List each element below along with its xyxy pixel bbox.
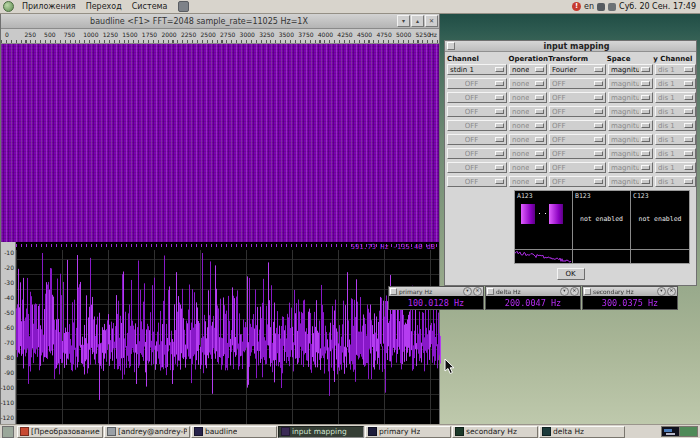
transform-select[interactable]: OFF (549, 78, 606, 89)
channel-select[interactable]: OFF (447, 78, 507, 89)
menu-places[interactable]: Переход (81, 0, 127, 13)
preview-b123[interactable]: B123 not enabled (573, 191, 631, 249)
taskbar-item-label: [andrey@andrey-PC: ~/... (118, 427, 187, 436)
y-channel-select[interactable]: dis 1 (655, 64, 696, 75)
transform-select[interactable]: OFF (549, 106, 606, 117)
operation-select[interactable]: none (509, 176, 547, 187)
y-channel-select[interactable]: dis 1 (655, 134, 696, 145)
space-select[interactable]: magnitude (608, 120, 653, 131)
y-channel-select[interactable]: dis 1 (655, 162, 696, 173)
transform-select[interactable]: OFF (549, 162, 606, 173)
transform-select[interactable]: OFF (549, 176, 606, 187)
channel-select[interactable]: OFF (447, 134, 507, 145)
space-select[interactable]: magnitude (608, 148, 653, 159)
workspace-1[interactable] (662, 427, 679, 436)
meter-menu-icon[interactable] (584, 288, 591, 295)
space-select[interactable]: magnitude (608, 162, 653, 173)
taskbar-item-label: input mapping (292, 427, 347, 436)
screenshot-icon[interactable] (178, 1, 189, 12)
preview-a123[interactable]: A123 (515, 191, 573, 249)
transform-select[interactable]: OFF (549, 148, 606, 159)
channel-select[interactable]: OFF (447, 106, 507, 117)
meter-titlebar[interactable]: primary Hz ▾ ✕ (389, 287, 483, 296)
meter-value: 300.0375 Hz (602, 298, 658, 308)
y-channel-select[interactable]: dis 1 (655, 78, 696, 89)
taskbar-item[interactable]: [Преобразование Фурь... (17, 426, 103, 438)
operation-select[interactable]: none (509, 162, 547, 173)
meter-menu-icon[interactable] (487, 288, 494, 295)
mapping-row: OFF none OFF magnitude dis 1 (445, 162, 696, 173)
space-select[interactable]: magnitude (608, 92, 653, 103)
spectrum-display[interactable] (16, 250, 439, 425)
channel-select[interactable]: OFF (447, 162, 507, 173)
close-button[interactable]: ✕ (425, 15, 438, 27)
dropdown-indicator-icon (535, 137, 544, 142)
operation-select[interactable]: none (509, 134, 547, 145)
dialog-menu-icon[interactable] (447, 42, 455, 50)
y-channel-select[interactable]: dis 1 (655, 120, 696, 131)
menu-applications[interactable]: Приложения (17, 0, 81, 13)
space-select[interactable]: magnitude (608, 78, 653, 89)
taskbar-item[interactable]: input mapping (278, 426, 364, 438)
db-tick-label: -40 (4, 295, 14, 301)
meter-minimize-button[interactable]: ▾ (560, 287, 569, 296)
channel-select[interactable]: OFF (447, 176, 507, 187)
operation-select[interactable]: none (509, 148, 547, 159)
baudline-titlebar[interactable]: baudline <F1> FFT=2048 sample_rate=11025… (1, 14, 439, 29)
db-scale[interactable]: -10-20-30-40-50-60-70-80-90-100-110-120 (1, 242, 16, 425)
transform-select[interactable]: OFF (549, 134, 606, 145)
maximize-button[interactable]: ▴ (411, 15, 424, 27)
space-select[interactable]: magnitude (608, 64, 653, 75)
taskbar-item[interactable]: secondary Hz (452, 426, 538, 438)
taskbar-item[interactable]: primary Hz (365, 426, 451, 438)
show-desktop-icon[interactable] (2, 426, 14, 438)
meter-titlebar[interactable]: secondary Hz ▾ ✕ (583, 287, 677, 296)
channel-select[interactable]: OFF (447, 120, 507, 131)
input-method-icon[interactable] (597, 3, 605, 11)
operation-select[interactable]: none (509, 120, 547, 131)
operation-select[interactable]: none (509, 78, 547, 89)
meter-menu-icon[interactable] (390, 288, 397, 295)
y-channel-select[interactable]: dis 1 (655, 148, 696, 159)
menu-system[interactable]: Система (127, 0, 173, 13)
taskbar-item[interactable]: baudline (191, 426, 277, 438)
channel-select[interactable]: OFF (447, 148, 507, 159)
channel-select[interactable]: OFF (447, 92, 507, 103)
update-alert-icon[interactable]: ! (572, 2, 581, 11)
space-select[interactable]: magnitude (608, 176, 653, 187)
preview-c123[interactable]: C123 not enabled (631, 191, 689, 249)
dropdown-indicator-icon (535, 165, 544, 170)
freq-tick-label: 750 (64, 31, 75, 38)
y-channel-select[interactable]: dis 1 (655, 92, 696, 103)
y-channel-select[interactable]: dis 1 (655, 106, 696, 117)
operation-select[interactable]: none (509, 92, 547, 103)
space-select[interactable]: magnitude (608, 134, 653, 145)
workspace-2[interactable] (679, 427, 697, 436)
operation-select[interactable]: none (509, 106, 547, 117)
meter-close-button[interactable]: ✕ (667, 287, 676, 296)
meter-minimize-button[interactable]: ▾ (463, 287, 472, 296)
ok-button[interactable]: OK (557, 268, 585, 280)
space-select[interactable]: magnitude (608, 106, 653, 117)
clock[interactable]: Суб. 20 Сен. 17:49 (619, 2, 696, 11)
transform-select[interactable]: OFF (549, 92, 606, 103)
meter-close-button[interactable]: ✕ (473, 287, 482, 296)
taskbar-item[interactable]: delta Hz (539, 426, 625, 438)
taskbar-item[interactable]: [andrey@andrey-PC: ~/... (104, 426, 190, 438)
transform-select[interactable]: OFF (549, 120, 606, 131)
minimize-button[interactable]: ▾ (397, 15, 410, 27)
y-channel-select[interactable]: dis 1 (655, 176, 696, 187)
frequency-scale[interactable]: Hz 0250500750100012501500175020002250250… (1, 29, 439, 44)
preview-c123-status: not enabled (631, 215, 689, 223)
volume-icon[interactable] (608, 3, 616, 11)
channel-select[interactable]: stdin 1 (447, 64, 507, 75)
meter-titlebar[interactable]: delta Hz ▾ ✕ (486, 287, 580, 296)
meter-minimize-button[interactable]: ▾ (657, 287, 666, 296)
distro-logo-icon[interactable] (3, 1, 14, 12)
operation-select[interactable]: none (509, 64, 547, 75)
meter-close-button[interactable]: ✕ (570, 287, 579, 296)
spectrogram-display[interactable] (1, 44, 439, 242)
dialog-titlebar[interactable]: input mapping (445, 41, 696, 52)
keyboard-layout-indicator[interactable]: en (584, 2, 594, 11)
transform-select[interactable]: Fourier (549, 64, 606, 75)
